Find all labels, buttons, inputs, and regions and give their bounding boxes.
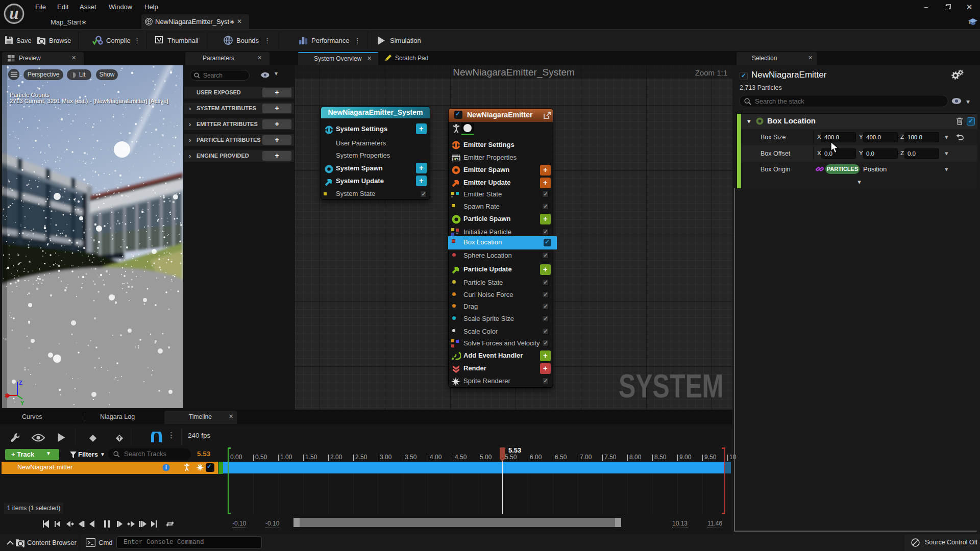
svg-text:Z: Z bbox=[19, 380, 22, 386]
svg-text:i: i bbox=[165, 465, 167, 470]
svg-text:Y: Y bbox=[20, 400, 24, 406]
svg-text:✱: ✱ bbox=[5, 392, 10, 399]
svg-text:u: u bbox=[9, 4, 18, 22]
